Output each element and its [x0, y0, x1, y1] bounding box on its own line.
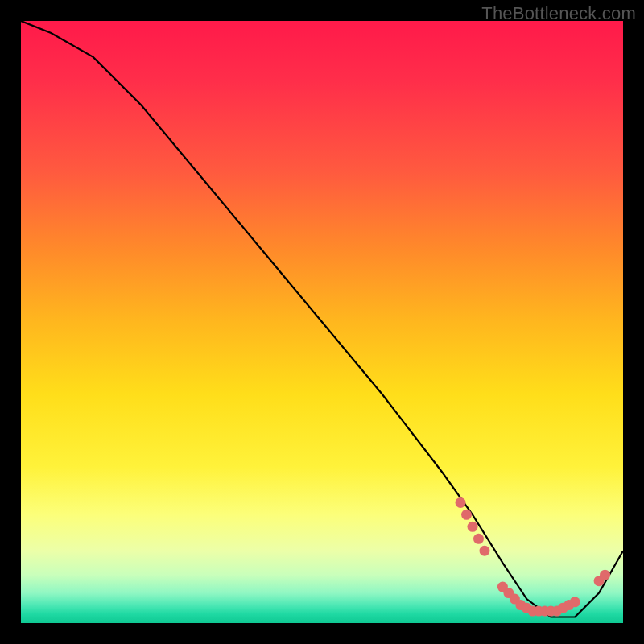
highlight-dot: [461, 510, 472, 520]
highlight-dots-group: [456, 497, 611, 617]
chart-root: TheBottleneck.com: [0, 0, 644, 644]
highlight-dot: [570, 597, 580, 607]
highlight-dot: [456, 497, 466, 508]
highlight-dot: [468, 522, 478, 532]
plot-overlay: [21, 21, 623, 623]
watermark-text: TheBottleneck.com: [481, 3, 636, 24]
highlight-dot: [473, 534, 484, 544]
bottleneck-curve-path: [21, 21, 623, 617]
highlight-dot: [479, 546, 489, 556]
highlight-dot: [600, 570, 610, 580]
